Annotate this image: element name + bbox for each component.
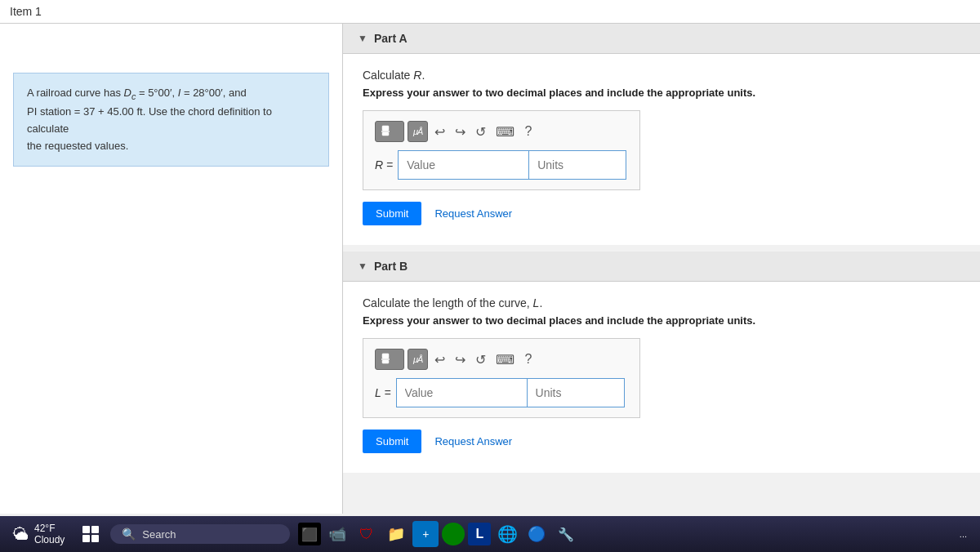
taskbar-icon-shield[interactable]: 🛡: [354, 521, 380, 547]
help-button-a[interactable]: ?: [521, 122, 535, 140]
redo-button-b[interactable]: ↪: [452, 350, 469, 369]
weather-condition: Cloudy: [34, 534, 65, 545]
windows-logo-icon: [82, 526, 99, 542]
part-b-label: Part B: [374, 260, 408, 273]
part-b-request-answer-link[interactable]: Request Answer: [434, 435, 512, 447]
tray-time: ...: [960, 529, 967, 539]
undo-button-b[interactable]: ↩: [431, 350, 448, 369]
part-a-header[interactable]: ▼ Part A: [343, 24, 980, 54]
part-b-answer-box: μÅ ↩ ↪ ↺ ⌨ ? L =: [363, 338, 640, 418]
part-a-arrow: ▼: [358, 33, 368, 44]
part-b-input-label: L =: [375, 386, 391, 399]
weather-temp: 42°F: [34, 523, 65, 534]
redo-button-a[interactable]: ↪: [452, 122, 469, 141]
part-a-request-answer-link[interactable]: Request Answer: [434, 207, 512, 220]
problem-text-line2: PI station = 37 + 45.00 ft. Use the chor…: [27, 104, 315, 138]
part-a-instructions: Express your answer to two decimal place…: [363, 87, 960, 99]
svg-rect-4: [382, 360, 389, 363]
part-a-label: Part A: [374, 32, 408, 45]
part-b-input-row: L =: [375, 378, 628, 407]
right-panel: ▼ Part A Calculate R. Express your answe…: [343, 24, 980, 514]
part-a-units-input[interactable]: [528, 150, 626, 180]
part-b-header[interactable]: ▼ Part B: [343, 252, 980, 282]
part-a-body: Calculate R. Express your answer to two …: [343, 54, 980, 245]
part-b-calc-label: Calculate the length of the curve, L.: [363, 296, 960, 309]
taskbar-icon-video[interactable]: 📹: [324, 521, 350, 547]
main-layout: A railroad curve has Dc = 5°00′, I = 28°…: [0, 24, 980, 514]
taskbar-icon-folder[interactable]: 📁: [383, 521, 409, 547]
part-a-value-input[interactable]: [398, 150, 528, 180]
keyboard-button-a[interactable]: ⌨: [492, 122, 518, 141]
part-a-submit-button[interactable]: Submit: [363, 202, 421, 225]
reset-button-b[interactable]: ↺: [472, 350, 489, 369]
taskbar-icon-plus[interactable]: +: [412, 521, 439, 547]
taskbar-icon-tools[interactable]: 🔧: [553, 521, 579, 547]
part-b-value-input[interactable]: [396, 378, 527, 407]
keyboard-button-b[interactable]: ⌨: [492, 350, 518, 369]
taskbar-icon-chrome[interactable]: 🔵: [523, 521, 550, 547]
part-a-input-row: R =: [375, 150, 628, 180]
fraction-button-b[interactable]: [375, 349, 404, 370]
system-tray: ...: [960, 529, 973, 539]
fraction-icon-a: [381, 124, 399, 139]
part-a-section: ▼ Part A Calculate R. Express your answe…: [343, 24, 980, 245]
part-b-units-input[interactable]: [527, 378, 625, 407]
taskbar-icons: ⬛ 📹 🛡 📁 + L 🌐 🔵 🔧: [298, 521, 579, 547]
problem-box: A railroad curve has Dc = 5°00′, I = 28°…: [13, 73, 329, 167]
part-a-answer-box: μÅ ↩ ↪ ↺ ⌨ ? R =: [363, 110, 640, 190]
page-title: Item 1: [10, 5, 42, 18]
part-a-toolbar: μÅ ↩ ↪ ↺ ⌨ ?: [375, 121, 628, 142]
taskbar-icon-black[interactable]: ⬛: [298, 523, 321, 545]
weather-info: 42°F Cloudy: [34, 523, 65, 545]
fraction-icon-b: [381, 352, 399, 367]
problem-text-line1: A railroad curve has Dc = 5°00′, I = 28°…: [27, 85, 315, 104]
top-bar: Item 1: [0, 0, 980, 24]
part-b-body: Calculate the length of the curve, L. Ex…: [343, 282, 980, 473]
part-b-action-row: Submit Request Answer: [363, 430, 960, 453]
reset-button-a[interactable]: ↺: [472, 122, 489, 141]
taskbar-search[interactable]: 🔍 Search: [110, 524, 290, 544]
taskbar-icon-l[interactable]: L: [468, 523, 491, 545]
left-panel: A railroad curve has Dc = 5°00′, I = 28°…: [0, 24, 343, 514]
part-a-calc-label: Calculate R.: [363, 69, 960, 82]
part-a-action-row: Submit Request Answer: [363, 202, 960, 225]
mu-button-b[interactable]: μÅ: [408, 349, 428, 370]
svg-rect-0: [382, 126, 389, 131]
svg-rect-1: [382, 132, 389, 136]
taskbar-icon-circle[interactable]: [442, 523, 465, 545]
start-button[interactable]: [76, 523, 105, 545]
part-b-instructions: Express your answer to two decimal place…: [363, 314, 960, 327]
weather-icon: 🌥: [13, 525, 29, 544]
svg-rect-3: [382, 354, 389, 358]
taskbar: 🌥 42°F Cloudy 🔍 Search ⬛ 📹 🛡 📁 + L 🌐 🔵 🔧…: [0, 516, 980, 552]
mu-button-a[interactable]: μÅ: [408, 121, 428, 142]
taskbar-icon-edge[interactable]: 🌐: [494, 521, 520, 547]
search-placeholder: Search: [142, 528, 176, 541]
part-b-arrow: ▼: [358, 260, 368, 272]
fraction-button-a[interactable]: [375, 121, 404, 142]
problem-text-line3: the requested values.: [27, 138, 315, 155]
part-b-submit-button[interactable]: Submit: [363, 430, 421, 453]
part-a-input-label: R =: [375, 158, 393, 171]
part-b-toolbar: μÅ ↩ ↪ ↺ ⌨ ?: [375, 349, 628, 370]
help-button-b[interactable]: ?: [521, 350, 535, 368]
weather-widget: 🌥 42°F Cloudy: [7, 519, 71, 549]
part-b-section: ▼ Part B Calculate the length of the cur…: [343, 252, 980, 473]
search-icon: 🔍: [122, 528, 136, 541]
undo-button-a[interactable]: ↩: [431, 122, 448, 141]
